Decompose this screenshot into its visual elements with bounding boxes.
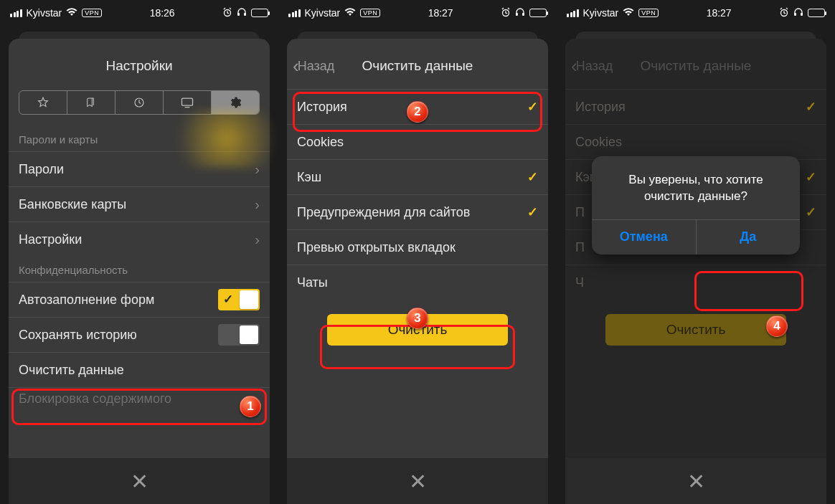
dialog-cancel-button[interactable]: Отмена — [592, 220, 697, 255]
page-title: Очистить данные — [362, 58, 473, 74]
alarm-icon — [779, 7, 789, 19]
check-icon: ✓ — [806, 99, 816, 115]
battery-icon — [529, 9, 547, 17]
row-history: История ✓ — [565, 89, 826, 124]
chevron-right-icon: › — [255, 161, 260, 178]
check-icon: ✓ — [806, 169, 816, 185]
headphones-icon — [515, 7, 525, 19]
dialog-yes-button[interactable]: Да — [697, 220, 801, 255]
toggle-save-history[interactable] — [218, 324, 260, 346]
vpn-badge: VPN — [638, 9, 659, 17]
row-blocking-faded: Блокировка содержимого — [9, 387, 270, 410]
clear-button[interactable]: Очистить — [327, 314, 508, 346]
row-passwords[interactable]: Пароли › — [9, 151, 270, 186]
page-title: Очистить данные — [641, 58, 752, 74]
section-privacy: Конфиденциальность — [9, 257, 270, 282]
carrier-label: Kyivstar — [305, 7, 341, 19]
svg-rect-2 — [244, 13, 246, 16]
status-bar: Kyivstar VPN 18:27 — [278, 0, 557, 26]
row-chats[interactable]: Чаты — [287, 265, 548, 300]
clock: 18:27 — [428, 7, 453, 19]
wifi-icon — [623, 7, 634, 19]
row-save-history[interactable]: Сохранять историю — [9, 317, 270, 352]
chevron-right-icon: › — [255, 232, 260, 248]
signal-icon — [10, 9, 22, 17]
row-chats: Ч — [565, 265, 826, 300]
vpn-badge: VPN — [82, 9, 102, 17]
row-warnings[interactable]: Предупреждения для сайтов ✓ — [287, 194, 548, 229]
battery-icon — [808, 9, 825, 17]
check-icon: ✓ — [527, 204, 538, 220]
battery-icon — [251, 9, 268, 17]
row-clear-data[interactable]: Очистить данные — [9, 352, 270, 387]
close-button[interactable]: ✕ — [287, 458, 548, 504]
svg-rect-7 — [522, 13, 524, 16]
svg-rect-6 — [516, 13, 518, 16]
chevron-right-icon: › — [255, 196, 260, 213]
tab-bookmarks[interactable] — [67, 91, 115, 114]
tab-devices[interactable] — [164, 91, 212, 114]
close-button: ✕ — [565, 458, 826, 504]
row-autofill[interactable]: Автозаполнение форм — [9, 282, 270, 317]
vpn-badge: VPN — [360, 9, 380, 17]
check-icon: ✓ — [527, 99, 538, 115]
headphones-icon — [237, 7, 247, 19]
check-icon: ✓ — [527, 169, 538, 185]
carrier-label: Kyivstar — [27, 7, 62, 19]
row-settings[interactable]: Настройки › — [9, 222, 270, 257]
tab-favorites[interactable] — [19, 91, 67, 114]
clock: 18:26 — [150, 7, 175, 19]
signal-icon — [567, 9, 579, 17]
row-cache[interactable]: Кэш ✓ — [287, 159, 548, 194]
signal-icon — [288, 9, 301, 17]
screen-confirm-dialog: Kyivstar VPN 18:27 ‹ Назад Очистить данн… — [557, 0, 835, 504]
dialog-message: Вы уверены, что хотите очистить данные? — [592, 156, 800, 219]
clear-button: Очистить — [605, 314, 786, 346]
svg-rect-10 — [801, 13, 803, 16]
headphones-icon — [793, 7, 803, 19]
tab-gear[interactable] — [212, 91, 259, 114]
close-button[interactable]: ✕ — [9, 458, 270, 504]
section-passwords-cards: Пароли и карты — [9, 126, 270, 151]
row-cookies: Cookies — [565, 124, 826, 159]
screen-clear-data: Kyivstar VPN 18:27 ‹ Назад Очистить данн… — [278, 0, 557, 504]
row-cookies[interactable]: Cookies — [287, 124, 548, 159]
wifi-icon — [66, 7, 77, 19]
alarm-icon — [501, 7, 511, 19]
wifi-icon — [344, 7, 356, 19]
confirm-dialog: Вы уверены, что хотите очистить данные? … — [592, 156, 800, 255]
svg-rect-1 — [237, 13, 240, 16]
back-button[interactable]: ‹ Назад — [293, 50, 334, 82]
check-icon: ✓ — [806, 204, 816, 220]
page-title: Настройки — [105, 58, 172, 74]
screen-settings: Kyivstar VPN 18:26 Настройки — [0, 0, 278, 504]
tab-history[interactable] — [115, 91, 164, 114]
status-bar: Kyivstar VPN 18:26 — [0, 0, 278, 26]
clock: 18:27 — [707, 7, 732, 19]
toggle-autofill[interactable] — [218, 289, 260, 310]
row-preview[interactable]: Превью открытых вкладок — [287, 229, 548, 265]
back-button: ‹ Назад — [571, 50, 613, 82]
svg-rect-9 — [794, 13, 796, 16]
row-bank-cards[interactable]: Банковские карты › — [9, 186, 270, 222]
status-bar: Kyivstar VPN 18:27 — [557, 0, 835, 26]
segmented-tabs[interactable] — [19, 90, 260, 115]
svg-rect-4 — [182, 98, 193, 105]
alarm-icon — [222, 7, 232, 19]
carrier-label: Kyivstar — [583, 7, 619, 19]
row-history[interactable]: История ✓ — [287, 89, 548, 124]
